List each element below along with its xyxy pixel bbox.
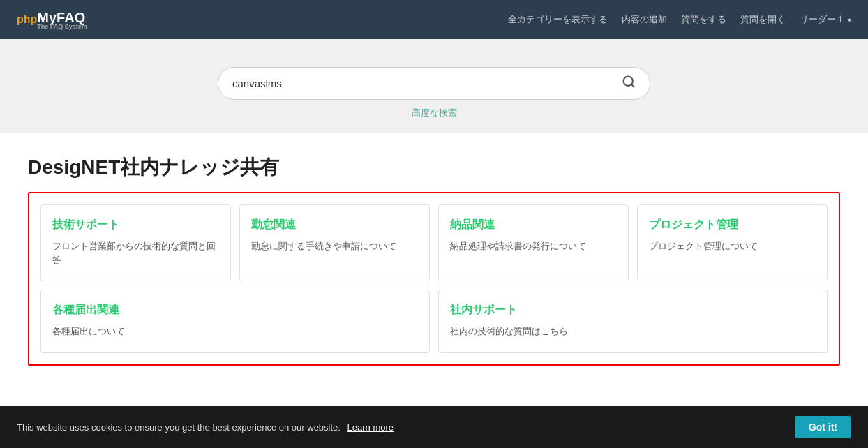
search-icon <box>622 75 636 89</box>
logo[interactable]: phpMyFAQThe FAQ System <box>17 10 87 30</box>
logo-php: php <box>17 13 37 26</box>
category-card-title: 勤怠関連 <box>251 218 418 232</box>
category-card[interactable]: 社内サポート 社内の技術的な質問はこちら <box>438 290 828 353</box>
category-card[interactable]: 技術サポート フロント営業部からの技術的な質問と回答 <box>40 204 231 281</box>
category-card-title: 技術サポート <box>52 218 219 232</box>
main-nav: 全カテゴリーを表示する 内容の追加 質問をする 質問を開く リーダー１ ▾ <box>508 13 851 26</box>
category-card-title: 各種届出関連 <box>52 303 418 318</box>
main-content: DesigNET社内ナレッジ共有 技術サポート フロント営業部からの技術的な質問… <box>0 133 868 380</box>
search-bar <box>218 67 650 100</box>
category-card-desc: 勤怠に関する手続きや申請について <box>251 239 418 253</box>
category-card[interactable]: 納品関連 納品処理や請求書の発行について <box>438 204 629 281</box>
svg-line-1 <box>631 84 634 87</box>
search-section: 高度な検索 <box>0 39 868 133</box>
advanced-search-link[interactable]: 高度な検索 <box>412 107 457 119</box>
category-card[interactable]: 勤怠関連 勤怠に関する手続きや申請について <box>239 204 430 281</box>
nav-open-question[interactable]: 質問を開く <box>740 13 786 26</box>
page-title: DesigNET社内ナレッジ共有 <box>28 154 840 181</box>
category-card-desc: フロント営業部からの技術的な質問と回答 <box>52 239 219 267</box>
search-button[interactable] <box>622 75 636 92</box>
nav-ask-question[interactable]: 質問をする <box>681 13 726 26</box>
category-card-desc: 各種届出について <box>52 324 418 338</box>
category-card-desc: 納品処理や請求書の発行について <box>450 239 617 253</box>
category-card[interactable]: プロジェクト管理 プロジェクト管理について <box>637 204 828 281</box>
category-card-title: プロジェクト管理 <box>649 218 816 232</box>
category-card-title: 社内サポート <box>450 303 816 318</box>
nav-add-content[interactable]: 内容の追加 <box>622 13 667 26</box>
chevron-down-icon: ▾ <box>848 16 851 24</box>
search-input[interactable] <box>232 77 622 89</box>
header: phpMyFAQThe FAQ System 全カテゴリーを表示する 内容の追加… <box>0 0 868 39</box>
category-grid-top: 技術サポート フロント営業部からの技術的な質問と回答 勤怠関連 勤怠に関する手続… <box>40 204 828 281</box>
category-container: 技術サポート フロント営業部からの技術的な質問と回答 勤怠関連 勤怠に関する手続… <box>28 192 840 366</box>
logo-sub: The FAQ System <box>37 23 87 30</box>
category-card-desc: プロジェクト管理について <box>649 239 816 253</box>
category-card-desc: 社内の技術的な質問はこちら <box>450 324 816 338</box>
nav-leader-dropdown[interactable]: リーダー１ ▾ <box>800 13 851 26</box>
category-card[interactable]: 各種届出関連 各種届出について <box>40 290 430 353</box>
category-grid-bottom: 各種届出関連 各種届出について 社内サポート 社内の技術的な質問はこちら <box>40 290 828 353</box>
category-card-title: 納品関連 <box>450 218 617 232</box>
nav-all-categories[interactable]: 全カテゴリーを表示する <box>508 13 608 26</box>
logo-myfaq: MyFAQThe FAQ System <box>37 10 87 30</box>
